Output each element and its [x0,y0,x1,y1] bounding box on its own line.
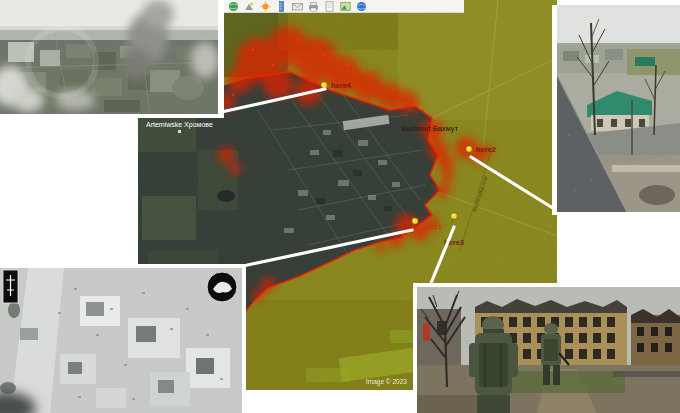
map-toolbar [224,0,464,13]
map-attribution: Image © 2023 [366,378,407,386]
grass-patch [505,371,625,393]
place-marker-icon [178,130,181,133]
photo-rooftop-view [552,5,680,215]
email-icon[interactable] [292,1,303,12]
marker-label-here3: here3 [444,238,464,247]
place-label: Artemiwske Хромове [146,121,213,129]
image-overlay-icon[interactable] [340,1,351,12]
ruler-icon[interactable] [276,1,287,12]
marker-label-here1: here1 [422,222,442,231]
photo-soldiers-ruins [413,283,680,413]
dome-roof [172,76,204,100]
ruined-building-right [631,309,680,371]
overview-globe-icon[interactable] [228,1,239,12]
bushes [639,185,675,205]
fence [613,371,680,377]
save-image-icon[interactable] [324,1,335,12]
unit-banner-emblem [3,270,18,303]
photo-drone-rubble [0,264,246,413]
add-placemark-icon[interactable] [244,1,255,12]
maps-globe-icon[interactable] [356,1,367,12]
city-label: Bachmut Бахмут [401,125,459,133]
tree [8,302,20,318]
wall [612,165,680,172]
sunlight-icon[interactable] [260,1,271,12]
unit-round-emblem [207,272,237,302]
print-icon[interactable] [308,1,319,12]
marker-label-here2: here2 [476,145,496,154]
collage-canvas: Artemiwske Хромове Bachmut Бахмут Bachmu… [0,0,680,413]
photo-city-smoke-aerial [0,0,224,118]
marker-label-here4: here4 [331,81,352,90]
